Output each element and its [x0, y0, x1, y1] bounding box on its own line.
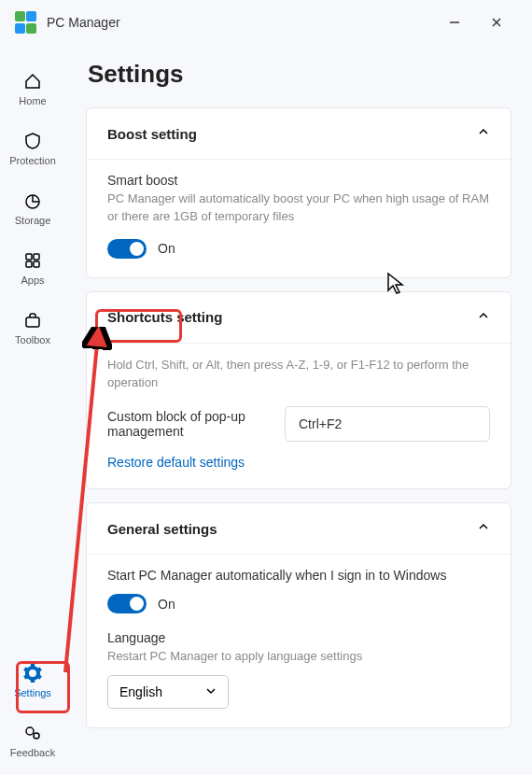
svg-point-10	[34, 733, 39, 739]
apps-icon	[22, 250, 43, 271]
sidebar-item-label: Storage	[15, 215, 51, 226]
shortcuts-desc: Hold Ctrl, Shift, or Alt, then press A-Z…	[107, 357, 490, 392]
language-select[interactable]: English	[107, 675, 229, 709]
pie-chart-icon	[22, 190, 43, 211]
minimize-button[interactable]	[433, 7, 475, 37]
sidebar-item-settings[interactable]: Settings	[7, 655, 59, 704]
page-title: Settings	[88, 60, 511, 89]
svg-rect-5	[34, 254, 39, 260]
language-desc: Restart PC Manager to apply language set…	[107, 648, 490, 666]
sidebar-item-label: Apps	[21, 275, 44, 286]
toggle-state-label: On	[158, 241, 175, 256]
sidebar-item-label: Feedback	[10, 747, 55, 758]
svg-rect-4	[26, 254, 32, 260]
sidebar-item-toolbox[interactable]: Toolbox	[7, 303, 59, 351]
svg-rect-7	[34, 261, 39, 267]
smart-boost-title: Smart boost	[107, 173, 490, 188]
sidebar-item-protection[interactable]: Protection	[7, 123, 59, 172]
shortcut-field-label: Custom block of pop-up management	[107, 409, 266, 439]
toggle-state-label: On	[158, 597, 175, 612]
shield-icon	[22, 131, 43, 151]
chevron-down-icon	[205, 684, 217, 699]
shortcuts-card-header[interactable]: Shortcuts setting	[87, 292, 511, 343]
card-title: Shortcuts setting	[107, 309, 222, 325]
sidebar-item-home[interactable]: Home	[7, 63, 59, 112]
svg-rect-8	[26, 317, 39, 327]
sidebar-item-label: Home	[19, 95, 46, 106]
chevron-up-icon	[477, 520, 490, 537]
home-icon	[22, 71, 43, 92]
language-label: Language	[107, 630, 490, 645]
boost-setting-card: Boost setting Smart boost PC Manager wil…	[86, 107, 511, 278]
toolbox-icon	[22, 310, 43, 331]
shortcuts-setting-card: Shortcuts setting Hold Ctrl, Shift, or A…	[86, 291, 511, 490]
sidebar-item-feedback[interactable]: Feedback	[7, 715, 59, 764]
general-card-header[interactable]: General settings	[87, 503, 511, 554]
boost-card-header[interactable]: Boost setting	[87, 108, 511, 159]
smart-boost-toggle[interactable]	[107, 239, 147, 259]
sidebar-item-storage[interactable]: Storage	[7, 183, 59, 232]
autostart-toggle[interactable]	[107, 594, 147, 613]
app-logo-icon	[15, 11, 37, 34]
restore-defaults-link[interactable]: Restore default settings	[107, 455, 490, 470]
sidebar-item-label: Settings	[14, 687, 51, 698]
svg-rect-6	[26, 261, 32, 267]
sidebar-item-label: Protection	[9, 155, 56, 166]
chevron-up-icon	[477, 125, 490, 142]
svg-point-9	[26, 727, 34, 735]
language-value: English	[119, 684, 162, 699]
feedback-icon	[22, 723, 43, 743]
app-title: PC Manager	[47, 15, 433, 30]
sidebar: Home Protection Storage Apps Toolbox Set…	[0, 45, 65, 775]
sidebar-item-label: Toolbox	[15, 334, 50, 345]
close-button[interactable]	[475, 7, 517, 37]
main-content: Settings Boost setting Smart boost PC Ma…	[65, 45, 532, 775]
chevron-up-icon	[477, 309, 490, 326]
autostart-label: Start PC Manager automatically when I si…	[107, 568, 490, 583]
card-title: General settings	[107, 521, 217, 537]
gear-icon	[22, 663, 43, 683]
sidebar-item-apps[interactable]: Apps	[7, 243, 59, 291]
smart-boost-desc: PC Manager will automatically boost your…	[107, 190, 490, 226]
shortcut-input[interactable]: Ctrl+F2	[285, 406, 490, 442]
general-settings-card: General settings Start PC Manager automa…	[86, 502, 511, 728]
card-title: Boost setting	[107, 126, 197, 142]
